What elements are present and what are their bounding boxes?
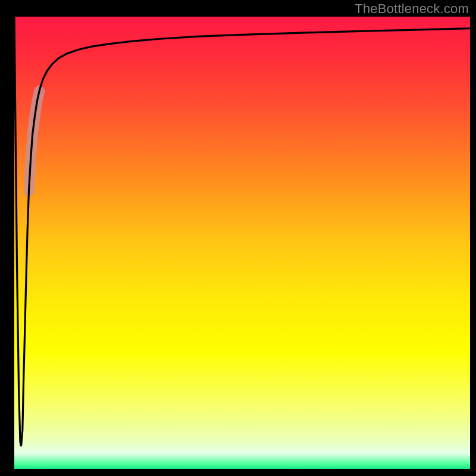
gradient-background: [14, 17, 470, 469]
attribution-label: TheBottleneck.com: [355, 1, 469, 17]
chart-stage: TheBottleneck.com: [0, 0, 476, 476]
bottleneck-curve-chart: [0, 0, 476, 476]
